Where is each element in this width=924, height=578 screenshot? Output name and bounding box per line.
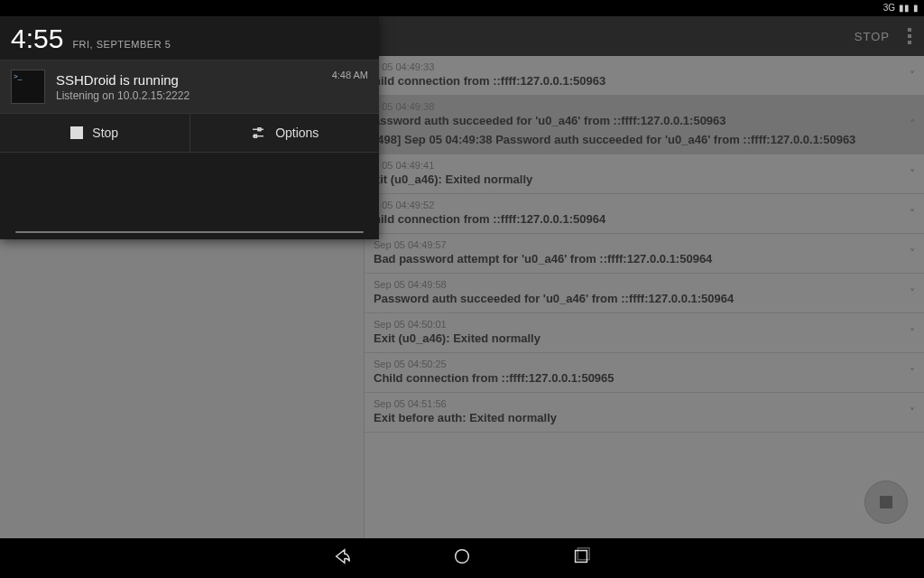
notification-stop-button[interactable]: Stop (0, 114, 189, 152)
signal-icon: ▮▮ (899, 4, 910, 13)
nav-back-button[interactable] (333, 546, 353, 570)
nav-home-button[interactable] (452, 546, 472, 570)
notification-item[interactable]: >_ SSHDroid is running Listening on 10.0… (0, 60, 379, 114)
notification-options-label: Options (275, 126, 319, 140)
svg-rect-1 (576, 551, 587, 563)
notification-time: 4:48 AM (332, 70, 368, 80)
notification-actions: Stop Options (0, 114, 379, 153)
battery-icon: ▮ (913, 4, 919, 13)
notification-title: SSHDroid is running (56, 72, 189, 88)
notification-stop-label: Stop (92, 126, 118, 140)
sliders-icon (250, 125, 266, 141)
shade-header[interactable]: 4:55 FRI, SEPTEMBER 5 (0, 16, 379, 60)
stop-icon (70, 126, 83, 139)
svg-rect-2 (578, 548, 589, 560)
nav-bar (0, 538, 924, 578)
shade-handle[interactable] (0, 225, 379, 239)
notification-subtitle: Listening on 10.0.2.15:2222 (56, 89, 189, 102)
status-bar: 3G ▮▮ ▮ (0, 0, 924, 16)
notification-shade[interactable]: 4:55 FRI, SEPTEMBER 5 >_ SSHDroid is run… (0, 16, 379, 239)
terminal-icon: >_ (11, 70, 45, 104)
shade-clock: 4:55 (11, 23, 63, 54)
network-type-icon: 3G (883, 4, 895, 13)
svg-point-0 (456, 550, 469, 564)
notification-options-button[interactable]: Options (189, 114, 380, 152)
shade-date: FRI, SEPTEMBER 5 (72, 39, 171, 50)
nav-recent-button[interactable] (571, 546, 591, 570)
